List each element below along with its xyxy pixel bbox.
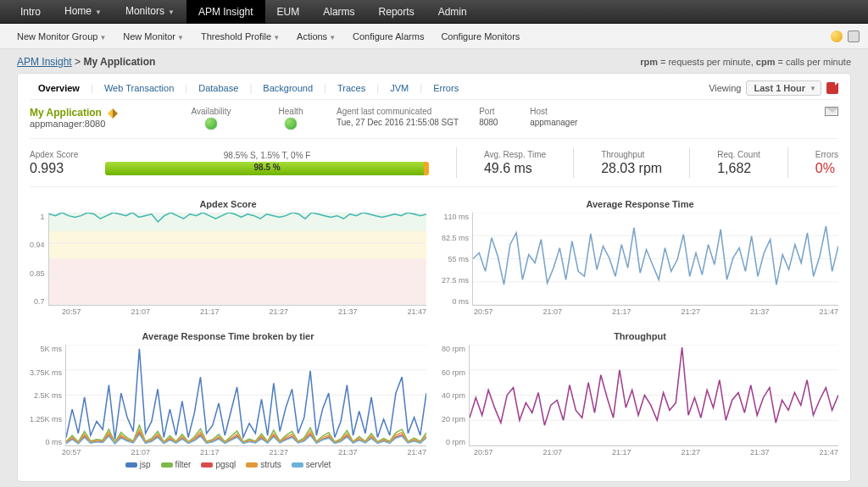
x-tick: 21:27 (269, 448, 288, 457)
app-header: My Application appmanager:8080 Availabil… (30, 100, 838, 139)
subnav-configure-monitors[interactable]: Configure Monitors (432, 31, 528, 42)
print-icon[interactable] (848, 30, 860, 42)
mail-icon[interactable] (825, 107, 838, 116)
x-tick: 21:17 (200, 307, 220, 316)
chart-title: Average Response Time broken by tier (30, 331, 426, 341)
availability-status-icon (205, 118, 217, 130)
chart-average-response-time-broken-by-tier: Average Response Time broken by tier5K m… (30, 331, 426, 469)
req-label: Req. Count (717, 150, 760, 159)
y-tick: 5K ms (30, 345, 62, 353)
x-tick: 21:27 (681, 307, 700, 316)
x-tick: 21:47 (819, 307, 838, 316)
y-tick: 3.75K ms (30, 368, 62, 377)
tab-background[interactable]: Background (254, 80, 321, 97)
x-tick: 21:47 (819, 448, 838, 457)
apdex-bar: 98.5 % (105, 162, 429, 175)
topnav-intro[interactable]: Intro (8, 0, 53, 24)
y-tick: 0.7 (30, 297, 45, 306)
err-label: Errors (815, 150, 838, 159)
chevron-down-icon: ▼ (99, 34, 106, 42)
breadcrumb-link[interactable]: APM Insight (17, 56, 72, 68)
topnav-apm-insight[interactable]: APM Insight (186, 0, 265, 24)
y-tick: 0.85 (30, 269, 45, 278)
breadcrumb-current: My Application (83, 56, 155, 68)
topnav-home[interactable]: Home▼ (53, 0, 114, 25)
chart-title: Average Response Time (442, 199, 838, 209)
resp-label: Avg. Resp. Time (484, 150, 546, 159)
agent-comm-time: Tue, 27 Dec 2016 21:55:08 SGT (337, 118, 459, 127)
edit-icon[interactable] (108, 108, 118, 119)
chevron-down-icon: ▼ (177, 34, 184, 42)
y-tick: 55 ms (442, 255, 469, 263)
y-tick: 27.5 ms (442, 276, 469, 285)
x-tick: 20:57 (62, 448, 81, 457)
health-label: Health (279, 107, 303, 116)
subnav-new-monitor-group[interactable]: New Monitor Group▼ (8, 31, 114, 42)
tab-web-transaction[interactable]: Web Transaction (96, 80, 182, 97)
y-tick: 2.5K ms (30, 391, 62, 400)
metric-row: Apdex Score 0.993 98.5% S, 1.5% T, 0% F … (30, 139, 838, 187)
topnav-eum[interactable]: EUM (265, 0, 312, 24)
port-label: Port (479, 107, 509, 116)
req-value: 1,682 (717, 161, 760, 176)
subnav-threshold-profile[interactable]: Threshold Profile▼ (192, 31, 288, 42)
x-tick: 21:37 (750, 448, 770, 457)
subnav-actions[interactable]: Actions▼ (288, 31, 344, 42)
tab-traces[interactable]: Traces (329, 80, 374, 97)
x-tick: 21:27 (681, 448, 700, 457)
chevron-down-icon: ▼ (329, 34, 336, 42)
x-tick: 21:07 (131, 448, 150, 457)
y-tick: 80 rpm (442, 345, 465, 353)
tab-overview[interactable]: Overview (30, 80, 88, 97)
rate-legend: rpm = requests per minute, cpm = calls p… (640, 57, 851, 67)
topnav-alarms[interactable]: Alarms (311, 0, 366, 24)
legend-item: filter (161, 460, 192, 469)
host-value: appmanager (530, 118, 577, 127)
x-tick: 21:17 (200, 448, 220, 457)
globe-icon[interactable] (831, 30, 843, 42)
legend-item: pgsql (201, 460, 236, 469)
y-tick: 1.25K ms (30, 415, 62, 423)
apdex-value: 0.993 (30, 161, 78, 176)
y-tick: 1 (30, 213, 45, 221)
y-tick: 0 ms (30, 438, 62, 446)
x-tick: 21:07 (542, 448, 562, 457)
tab-jvm[interactable]: JVM (381, 80, 417, 97)
subnav-configure-alarms[interactable]: Configure Alarms (344, 31, 432, 42)
legend-item: jsp (125, 460, 151, 469)
y-tick: 110 ms (442, 213, 469, 221)
chart-apdex-score: Apdex Score10.940.850.720:5721:0721:1721… (30, 199, 426, 316)
breadcrumb: APM Insight > My Application (17, 56, 155, 68)
health-status-icon (285, 118, 297, 130)
x-tick: 21:37 (750, 307, 770, 316)
chart-throughput: Throughput80 rpm60 rpm40 rpm20 rpm0 rpm2… (442, 331, 838, 469)
chevron-down-icon: ▼ (273, 34, 280, 42)
topnav-reports[interactable]: Reports (367, 0, 426, 24)
resp-value: 49.6 ms (484, 161, 546, 176)
y-tick: 0 rpm (442, 438, 465, 446)
time-range-dropdown[interactable]: Last 1 Hour (746, 80, 821, 96)
chevron-down-icon: ▼ (95, 8, 102, 16)
x-tick: 21:17 (612, 448, 632, 457)
tab-database[interactable]: Database (190, 80, 247, 97)
chevron-down-icon: ▼ (168, 8, 175, 16)
stf-breakdown: 98.5% S, 1.5% T, 0% F (224, 151, 311, 160)
viewing-label: Viewing (709, 83, 741, 93)
tab-row: Overview | Web Transaction | Database | … (30, 80, 838, 100)
topnav-admin[interactable]: Admin (426, 0, 479, 24)
y-tick: 20 rpm (442, 415, 465, 423)
tab-errors[interactable]: Errors (425, 80, 467, 97)
x-tick: 20:57 (474, 448, 493, 457)
chart-average-response-time: Average Response Time110 ms82.5 ms55 ms2… (442, 199, 838, 316)
app-name: My Application (30, 107, 157, 119)
svg-rect-2 (49, 259, 426, 306)
x-tick: 21:27 (269, 307, 288, 316)
x-tick: 21:47 (407, 307, 426, 316)
x-tick: 20:57 (474, 307, 493, 316)
top-nav: IntroHome▼Monitors▼APM InsightEUMAlarmsR… (0, 0, 868, 24)
subnav-new-monitor[interactable]: New Monitor▼ (114, 31, 192, 42)
topnav-monitors[interactable]: Monitors▼ (114, 0, 186, 25)
apdex-label: Apdex Score (30, 150, 78, 159)
y-tick: 0 ms (442, 297, 469, 306)
pdf-icon[interactable] (826, 82, 838, 94)
